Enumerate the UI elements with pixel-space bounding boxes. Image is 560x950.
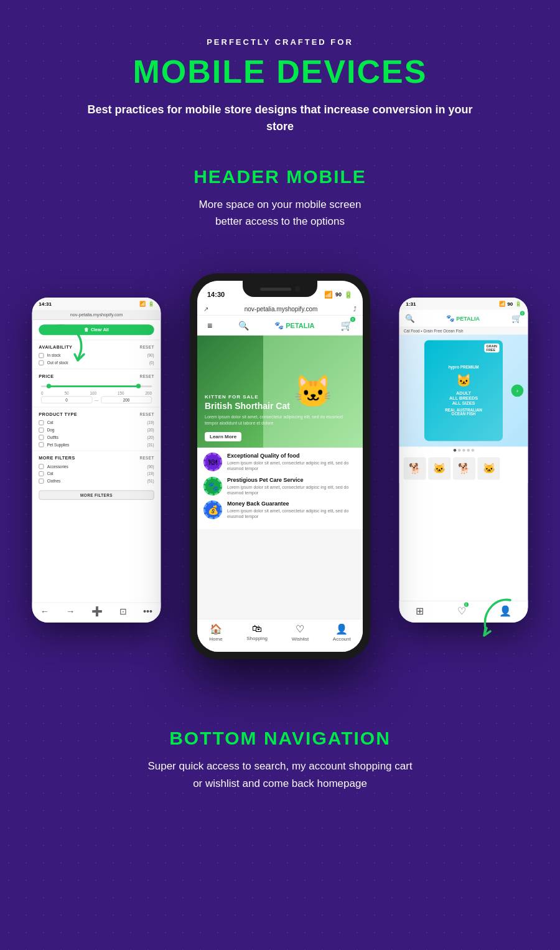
filter-item-cat[interactable]: Cat (19) xyxy=(39,420,154,427)
phone-notch xyxy=(243,281,317,297)
product-type-label: PRODUCT TYPE xyxy=(39,412,77,417)
feature-petcare-body: Lorem ipsum dolor sit amet, consectetur … xyxy=(227,484,357,496)
thumbnail-2[interactable]: 🐱 xyxy=(428,458,450,480)
more-filters-label: MORE FILTERS xyxy=(39,456,75,461)
notch-camera xyxy=(295,286,300,291)
feature-petcare-icon: 🐾 xyxy=(203,477,222,496)
feature-item-food: 🍽 Exceptional Quality of food Lorem ipsu… xyxy=(203,453,357,471)
feature-food-icon: 🍽 xyxy=(203,453,222,471)
carousel-next-button[interactable]: › xyxy=(511,385,524,397)
availability-reset[interactable]: RESET xyxy=(139,346,154,349)
lp-nav-more[interactable]: ••• xyxy=(143,606,152,617)
lp-nav-add[interactable]: ➕ xyxy=(91,606,103,617)
feature-moneyback-title: Money Back Guarantee xyxy=(227,501,357,507)
left-phone-bottom-nav: ← → ➕ ⊡ ••• xyxy=(32,603,161,623)
filter-item-dog[interactable]: Dog (20) xyxy=(39,426,154,434)
feature-petcare-title: Prestigious Pet Care Service xyxy=(227,477,357,483)
lp-nav-back[interactable]: ← xyxy=(40,606,49,617)
right-phone-product-image: GRAINFREE hypro PREMIUM 🐱 ADULTALL BREED… xyxy=(399,335,528,447)
center-phone-hero: 🐱 KITTEN FOR SALE British Shorthair Cat … xyxy=(197,336,363,448)
center-phone-inner: 14:30 📶 90 🔋 ↗ nov-petalia.myshopify.com… xyxy=(197,281,363,652)
center-phone: 14:30 📶 90 🔋 ↗ nov-petalia.myshopify.com… xyxy=(190,273,370,659)
carousel-dots xyxy=(399,447,528,454)
section-desc-header-mobile: More space on your mobile screen better … xyxy=(199,196,362,230)
cart-badge-count: 0 xyxy=(350,317,355,322)
hero-cta-button[interactable]: Learn More xyxy=(205,432,241,441)
center-phone-time: 14:30 xyxy=(207,291,225,298)
bottom-nav-home[interactable]: 🏠 Home xyxy=(209,623,222,642)
slider-thumb-right[interactable] xyxy=(136,384,141,388)
petalia-logo: 🐾 PETALIA xyxy=(274,321,314,330)
phones-container: 14:31 📶 🔋 nov-petalia.myshopify.com 🗑 Cl… xyxy=(25,255,535,678)
hero-body: Lorem ipsum dolor sit amet, consectetur … xyxy=(205,414,355,426)
filter-item-accessories[interactable]: Accessories (90) xyxy=(39,463,154,471)
price-label: PRICE xyxy=(39,374,54,379)
home-icon: 🏠 xyxy=(210,623,222,635)
price-max-input[interactable]: 200 xyxy=(101,397,152,404)
price-filter: PRICE RESET 0 50 100 150 200 xyxy=(32,369,161,407)
rp-nav-wishlist[interactable]: ♡ xyxy=(457,605,466,616)
more-filters-reset[interactable]: RESET xyxy=(139,456,154,460)
slider-thumb-left[interactable] xyxy=(47,384,51,388)
center-phone-nav-bar: ≡ 🔍 🐾 PETALIA 🛒 0 xyxy=(197,316,363,336)
feature-item-pet-care: 🐾 Prestigious Pet Care Service Lorem ips… xyxy=(203,477,357,496)
lp-nav-tabs[interactable]: ⊡ xyxy=(119,606,127,617)
more-filters-section: MORE FILTERS RESET Accessories (90) Cat … xyxy=(32,451,161,487)
center-phone-features: 🍽 Exceptional Quality of food Lorem ipsu… xyxy=(197,448,363,529)
shopping-icon: 🛍 xyxy=(252,623,262,634)
right-phone-status-bar: 1:31 📶 90 🔋 xyxy=(399,298,528,310)
hero-eyebrow: KITTEN FOR SALE xyxy=(205,394,355,400)
product-type-filter: PRODUCT TYPE RESET Cat (19) Dog (20) Out… xyxy=(32,407,161,451)
right-phone-search-icon[interactable]: 🔍 xyxy=(405,314,414,322)
hero-text: KITTEN FOR SALE British Shorthair Cat Lo… xyxy=(205,394,355,441)
feature-moneyback-icon: 💰 xyxy=(203,501,222,519)
search-icon[interactable]: 🔍 xyxy=(238,321,249,331)
right-phone-breadcrumb: Cat Food • Grain Free Ocean Fish xyxy=(399,327,528,335)
price-slider[interactable] xyxy=(39,382,154,390)
center-phone-url-text: nov-petalia.myshopify.com xyxy=(212,306,350,313)
left-phone-time: 14:31 xyxy=(39,301,52,307)
feature-food-body: Lorem ipsum dolor sit amet, consectetur … xyxy=(227,460,357,471)
rp-nav-grid[interactable]: ⊞ xyxy=(416,605,424,618)
arrow-right-decoration xyxy=(473,591,523,641)
filter-item-clothes[interactable]: Clothes (51) xyxy=(39,477,154,485)
right-phone-cart[interactable]: 🛒 0 xyxy=(511,314,522,324)
price-inputs: 0 — 200 xyxy=(41,397,152,404)
more-filters-button[interactable]: MORE FILTERS xyxy=(39,491,154,500)
left-phone-status-bar: 14:31 📶 🔋 xyxy=(32,298,161,310)
bottom-nav-account[interactable]: 👤 Account xyxy=(333,623,351,642)
price-min-input[interactable]: 0 xyxy=(41,397,92,404)
bottom-nav-section-desc: Super quick access to search, my account… xyxy=(147,758,412,791)
right-phone-header: 🔍 🐾 PETALIA 🛒 0 xyxy=(399,310,528,327)
notch-speaker xyxy=(260,288,291,291)
thumbnail-3[interactable]: 🐕 xyxy=(453,458,475,480)
center-phone-url-bar: ↗ nov-petalia.myshopify.com ⤴ xyxy=(197,303,363,316)
bottom-nav-section-heading: BOTTOM NAVIGATION xyxy=(147,728,412,749)
main-title: MOBILE DEVICES xyxy=(133,53,427,90)
url-share-icon[interactable]: ↗ xyxy=(203,306,208,313)
filter-item-more-cat[interactable]: Cat (19) xyxy=(39,471,154,478)
lp-nav-forward[interactable]: → xyxy=(66,606,75,617)
account-icon: 👤 xyxy=(335,623,348,635)
filter-item-outfits[interactable]: Outfits (20) xyxy=(39,434,154,441)
bottom-section: BOTTOM NAVIGATION Super quick access to … xyxy=(147,728,412,791)
cart-button[interactable]: 🛒 0 xyxy=(340,319,353,331)
thumbnail-4[interactable]: 🐱 xyxy=(478,458,500,480)
thumbnail-1[interactable]: 🐕 xyxy=(404,458,426,480)
bottom-nav-shopping[interactable]: 🛍 Shopping xyxy=(246,623,268,642)
right-cart-badge: 0 xyxy=(520,311,525,316)
product-type-reset[interactable]: RESET xyxy=(139,413,154,416)
price-reset[interactable]: RESET xyxy=(139,375,154,379)
feature-item-money-back: 💰 Money Back Guarantee Lorem ipsum dolor… xyxy=(203,501,357,519)
wishlist-icon: ♡ xyxy=(296,623,304,635)
bottom-nav-wishlist[interactable]: ♡ Wishlist xyxy=(292,623,309,642)
url-share-icon2[interactable]: ⤴ xyxy=(353,306,357,313)
right-phone-time: 1:31 xyxy=(406,301,416,307)
hamburger-icon[interactable]: ≡ xyxy=(207,321,212,331)
section-heading-header-mobile: HEADER MOBILE xyxy=(194,166,366,187)
subtitle: Best practices for mobile store designs … xyxy=(87,101,473,135)
filter-item-pet-supplies[interactable]: Pet Supplies (31) xyxy=(39,441,154,449)
top-label: PERFECTLY CRAFTED FOR xyxy=(207,37,353,47)
right-phone-logo: 🐾 PETALIA xyxy=(446,314,480,322)
page-wrapper: PERFECTLY CRAFTED FOR MOBILE DEVICES Bes… xyxy=(0,0,560,829)
